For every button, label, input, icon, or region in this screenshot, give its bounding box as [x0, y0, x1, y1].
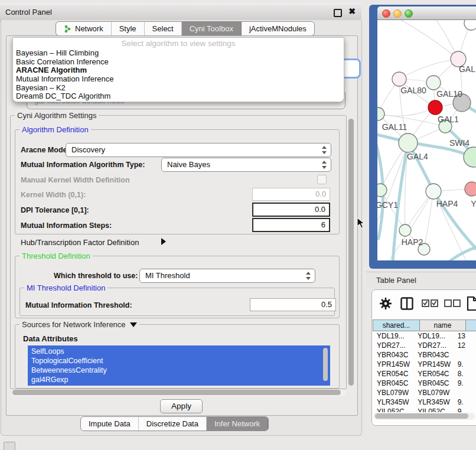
tab-select[interactable]: Select: [145, 22, 182, 35]
network-edge-thick[interactable]: [448, 246, 476, 260]
select-all-checkboxes-icon[interactable]: [422, 299, 438, 307]
tab-impute-data[interactable]: Impute Data: [81, 417, 139, 431]
table-horizontal-scrollbar[interactable]: [374, 413, 475, 420]
table-row[interactable]: YIL052CYIL052C9: [373, 407, 476, 412]
algorithm-option-mutual-information-inference[interactable]: Mutual Information Inference: [13, 75, 344, 84]
unselect-all-checkboxes-icon[interactable]: [444, 299, 461, 307]
network-node-gal80[interactable]: [392, 72, 406, 86]
tab-style-label: Style: [119, 24, 136, 33]
node-label-swi4: SWI4: [449, 138, 470, 148]
table-row[interactable]: YPR145WYPR145W9.: [373, 360, 476, 369]
network-node[interactable]: [464, 20, 476, 30]
column-header-name[interactable]: name: [420, 319, 466, 331]
algorithm-option-aracne-algorithm[interactable]: ARACNE Algorithm: [13, 66, 344, 75]
network-window-titlebar[interactable]: [377, 6, 476, 20]
network-icon: [64, 25, 71, 33]
network-node-gal4[interactable]: [399, 133, 418, 152]
minimize-traffic-light-icon[interactable]: [393, 9, 402, 18]
table-cell: YBR043C: [373, 350, 413, 360]
close-traffic-light-icon[interactable]: [382, 9, 390, 18]
network-node[interactable]: [464, 147, 476, 167]
network-node-gal11[interactable]: [377, 107, 384, 120]
document-icon[interactable]: [467, 296, 476, 311]
tab-jactivemnodules[interactable]: jActiveMNodules: [242, 22, 314, 35]
algorithm-option-bayesian-k2[interactable]: Bayesian – K2: [13, 84, 344, 93]
algorithm-option-dream8-dc-tdc-algorithm[interactable]: Dream8 DC_TDC Algorithm: [13, 92, 344, 101]
kernel-width-input[interactable]: 0.0: [252, 188, 330, 201]
algorithm-option-bayesian-hill-climbing[interactable]: Bayesian – Hill Climbing: [13, 49, 344, 58]
tab-infer-network-label: Infer Network: [214, 419, 260, 428]
tab-discretize-data[interactable]: Discretize Data: [139, 417, 207, 431]
zoom-traffic-light-icon[interactable]: [405, 9, 413, 18]
table-cell: YBL079W: [413, 388, 453, 397]
control-panel-title: Control Panel: [5, 8, 52, 17]
tab-cyni-toolbox[interactable]: Cyni Toolbox: [182, 22, 242, 35]
manual-kernel-width-label: Manual Kernel Width Definition: [21, 176, 130, 184]
network-node-gal10[interactable]: [426, 76, 441, 90]
attribute-item-selfloops[interactable]: SelfLoops: [28, 347, 330, 356]
table-cell: YIL052C: [413, 407, 453, 412]
table-cell: 12: [454, 341, 476, 350]
which-threshold-label: Which threshold to use:: [54, 272, 138, 280]
network-edge[interactable]: [399, 59, 458, 79]
column-header-shared[interactable]: shared...: [373, 319, 420, 331]
tab-discretize-data-label: Discretize Data: [146, 419, 198, 428]
bottom-corner-icon[interactable]: [4, 442, 15, 450]
network-canvas[interactable]: GALGAL80GAL10GAL1GAL11SWI4GAL4GCY1HAP4YH…: [377, 20, 476, 260]
aracne-mode-select[interactable]: Discovery: [66, 143, 331, 157]
which-threshold-select[interactable]: MI Threshold: [139, 269, 315, 283]
table-cell: YER054C: [373, 369, 413, 379]
float-window-icon[interactable]: [334, 9, 342, 17]
attribute-item-gal4rgexp[interactable]: gal4RGexp: [28, 375, 330, 384]
network-node-hap4[interactable]: [426, 184, 441, 199]
network-edge[interactable]: [424, 191, 433, 249]
list-scrollbar[interactable]: [323, 348, 328, 381]
table-row[interactable]: YDL19...YDL19...13: [373, 331, 476, 341]
table-row[interactable]: YBR043CYBR043C: [373, 350, 476, 360]
table-cell: YDL19...: [373, 331, 413, 341]
control-panel-titlebar: Control Panel ✖: [0, 4, 361, 21]
tab-jactivemnodules-label: jActiveMNodules: [249, 24, 307, 33]
table-cell: YDL19...: [413, 331, 453, 341]
close-icon[interactable]: ✖: [348, 6, 356, 16]
expand-arrow-icon[interactable]: [161, 238, 166, 245]
table-row[interactable]: YDR27...YDR27...12: [373, 341, 476, 350]
network-node-gcy1[interactable]: [377, 184, 387, 197]
manual-kernel-width-checkbox[interactable]: [317, 175, 327, 184]
dpi-tolerance-input[interactable]: 0.0: [252, 203, 330, 217]
mi-threshold-input[interactable]: 0.5: [250, 298, 336, 311]
mi-algorithm-type-select[interactable]: Naive Bayes: [161, 158, 331, 172]
table-row[interactable]: YER054CYER054C8.: [373, 369, 476, 379]
table-cell: [454, 350, 476, 360]
node-label-gal80: GAL80: [400, 86, 426, 95]
screen: Control Panel ✖ NetworkStyleSelectCyni T…: [0, 0, 476, 450]
table-cell: YLR345W: [413, 397, 453, 407]
tab-infer-network[interactable]: Infer Network: [207, 417, 268, 431]
attribute-item-topologicalcoefficient[interactable]: TopologicalCoefficient: [28, 356, 330, 366]
algorithm-option-basic-correlation-inference[interactable]: Basic Correlation Inference: [13, 58, 344, 67]
mi-steps-input[interactable]: 6: [252, 218, 330, 232]
network-node-y[interactable]: [465, 182, 476, 196]
attribute-item-betweennesscentrality[interactable]: BetweennessCentrality: [28, 366, 330, 375]
table-row[interactable]: YBL079WYBL079W: [373, 388, 476, 397]
table-cell: YBR043C: [413, 350, 453, 360]
collapse-arrow-icon[interactable]: [130, 322, 137, 327]
tab-cyni-toolbox-label: Cyni Toolbox: [190, 24, 233, 33]
column-header-a[interactable]: A: [466, 319, 476, 331]
data-attributes-list[interactable]: SelfLoopsTopologicalCoefficientBetweenne…: [28, 345, 330, 386]
settings-horizontal-scrollbar[interactable]: [11, 389, 345, 396]
table-panel-title: Table Panel: [366, 272, 476, 288]
tab-network[interactable]: Network: [56, 22, 112, 35]
table-row[interactable]: YBR045CYBR045C9.: [373, 379, 476, 388]
network-node-gal1[interactable]: [428, 100, 442, 115]
network-node-hap2[interactable]: [399, 224, 411, 236]
aracne-mode-value: Discovery: [71, 145, 105, 154]
table-cell: 13: [454, 331, 476, 341]
columns-icon[interactable]: [400, 297, 413, 310]
table-row[interactable]: YLR345WYLR345W9.: [373, 397, 476, 407]
gear-icon[interactable]: [379, 297, 392, 310]
settings-vertical-scrollbar[interactable]: [348, 116, 355, 388]
tab-style[interactable]: Style: [112, 22, 145, 35]
apply-button[interactable]: Apply: [160, 399, 203, 413]
network-edge[interactable]: [401, 20, 458, 59]
